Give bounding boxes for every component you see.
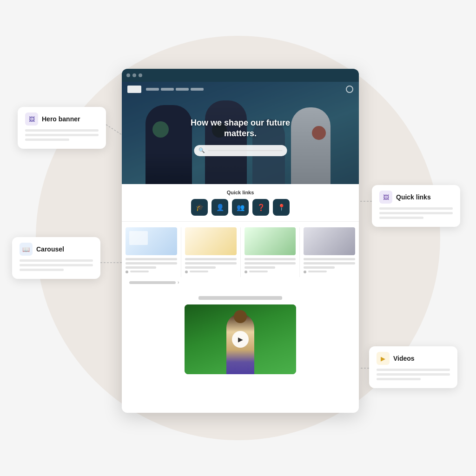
carousel-icon: 📖 [22,246,30,253]
quick-links-icons: 🎓 👤 👥 ❓ 📍 [129,199,351,216]
annotation-quick-links-header: 🖼 Quick links [379,191,453,204]
card-line-3c [245,266,275,269]
annotation-hero-banner-header: 🖼 Hero banner [25,112,99,126]
hero-nav [122,86,359,93]
carousel-img-1 [126,227,177,255]
hero-title: How we shape our future matters. [181,118,300,139]
video-section: ▶ [122,291,359,379]
card-meta-3 [245,271,296,273]
carousel-grid [122,227,359,277]
card-line-1c [126,266,156,269]
annotation-quick-links: 🖼 Quick links [372,185,460,227]
card-meta-4 [304,271,355,273]
annotation-carousel: 📖 Carousel [12,237,100,279]
annotation-hero-banner-line-2 [25,134,99,136]
card-line-3a [245,258,296,260]
browser-titlebar [122,69,359,82]
annotation-quick-links-line-3 [379,217,423,219]
card-meta-text-4 [308,271,327,272]
annotation-hero-banner: 🖼 Hero banner [18,107,106,149]
annotation-quick-links-line-1 [379,207,453,210]
carousel-img-2 [185,227,237,255]
nav-item-1 [146,88,159,91]
carousel-card-1 [122,227,181,277]
pagination-bar: › [122,277,359,288]
annotation-videos-title: Videos [393,355,415,362]
annotation-hero-banner-title: Hero banner [42,115,80,123]
nav-logo [127,86,141,93]
card-line-2b [185,262,237,264]
nav-search-icon [346,86,353,93]
annotation-videos: ▶ Videos [369,346,457,388]
ql-icon-1[interactable]: 🎓 [191,199,208,216]
annotation-videos-icon-box: ▶ [377,352,390,365]
carousel-img-3 [245,227,296,255]
card-line-3b [245,262,296,264]
annotation-videos-line-2 [377,373,450,376]
card-dot-1 [126,271,128,273]
ql-icon-3[interactable]: 👥 [232,199,249,216]
annotation-hero-banner-icon-box: 🖼 [25,112,38,126]
videos-icon: ▶ [381,355,385,362]
annotation-quick-links-icon-box: 🖼 [379,191,392,204]
annotation-quick-links-title: Quick links [396,193,431,201]
video-thumbnail[interactable]: ▶ [185,304,296,374]
browser-dot-3 [139,73,142,77]
annotation-carousel-icon-box: 📖 [20,243,33,256]
card-meta-1 [126,271,177,273]
annotation-hero-banner-line-1 [25,129,99,132]
annotation-carousel-header: 📖 Carousel [20,243,93,256]
nav-item-3 [176,88,189,91]
card-line-4b [304,262,355,264]
hero-search-icon: 🔍 [198,147,205,153]
hero-section: How we shape our future matters. 🔍 [122,82,359,184]
card-dot-2 [185,271,188,273]
hero-search-input [208,150,282,151]
carousel-card-4 [300,227,359,277]
browser-dot-1 [126,73,130,77]
browser-window: How we shape our future matters. 🔍 Quick… [122,69,359,413]
quick-links-icon: 🖼 [383,194,389,201]
card-line-1a [126,258,177,260]
card-dot-3 [245,271,247,273]
annotation-hero-banner-line-3 [25,139,69,141]
card-line-2c [185,266,216,269]
video-play-button[interactable]: ▶ [232,331,249,348]
scene: How we shape our future matters. 🔍 Quick… [0,0,476,476]
nav-item-2 [161,88,174,91]
ql-icon-4[interactable]: ❓ [252,199,269,216]
annotation-carousel-line-2 [20,264,93,266]
card-dot-4 [304,271,306,273]
quick-links-section: Quick links 🎓 👤 👥 ❓ 📍 [122,184,359,222]
video-title-bar [198,296,282,300]
ql-icon-5[interactable]: 📍 [273,199,290,216]
annotation-videos-line-3 [377,378,421,380]
card-line-4c [304,266,334,269]
annotation-carousel-line-1 [20,259,93,262]
page-bar [129,281,176,284]
card-meta-2 [185,271,237,273]
video-person-head [234,310,247,323]
nav-item-4 [191,88,204,91]
annotation-videos-header: ▶ Videos [377,352,450,365]
page-arrow-icon[interactable]: › [178,280,179,285]
annotation-videos-line-1 [377,369,450,371]
card-line-4a [304,258,355,260]
hero-search-bar[interactable]: 🔍 [194,145,287,156]
carousel-img-4 [304,227,355,255]
annotation-carousel-line-3 [20,269,64,271]
annotation-quick-links-line-2 [379,212,453,214]
carousel-card-2 [181,227,241,277]
hero-content: How we shape our future matters. 🔍 [181,118,300,156]
card-line-2a [185,258,237,260]
card-meta-text-1 [130,271,149,272]
card-line-1b [126,262,177,264]
hero-banner-icon: 🖼 [29,116,35,123]
carousel-section: › [122,222,359,291]
card-meta-text-3 [249,271,268,272]
quick-links-title: Quick links [129,190,351,195]
browser-dot-2 [132,73,136,77]
carousel-card-3 [241,227,300,277]
annotation-carousel-title: Carousel [36,245,64,253]
ql-icon-2[interactable]: 👤 [212,199,228,216]
